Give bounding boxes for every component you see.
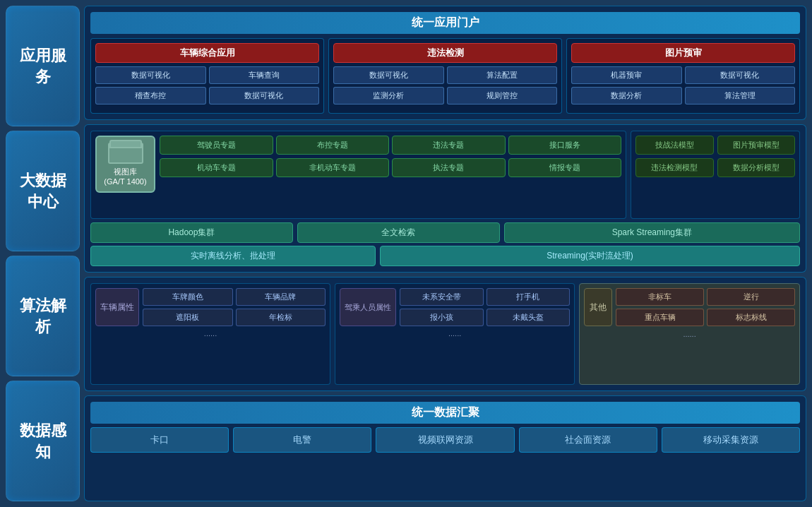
- app-group-vehicle-title: 车辆综合应用: [95, 43, 319, 63]
- video-db-label2: (GA/T 1400): [104, 177, 146, 186]
- btn-data-vis-2[interactable]: 数据可视化: [209, 87, 320, 105]
- btn-vehicle-brand[interactable]: 车辆品牌: [236, 288, 326, 306]
- algo-driver-main: 驾乘人员属性 未系安全带 打手机 报小孩 未戴头盔: [340, 288, 570, 326]
- main-container: 应用服务 大数据中心 算法解析 数据感知 统一应用门户 车辆综合应用: [0, 0, 812, 507]
- bd-infra-row2: 实时离线分析、批处理 Streaming(实时流处理): [90, 246, 800, 266]
- app-group-violation: 违法检测 数据可视化 算法配置 监测分析 规则管控: [328, 38, 562, 114]
- bd-topic-row2: 机动车专题 非机动车专题 执法专题 情报专题: [160, 158, 621, 177]
- algo-other-group: 其他 非标车 逆行 重点车辆 标志标线 ......: [579, 283, 800, 385]
- btn-sunshade[interactable]: 遮阳板: [143, 309, 233, 326]
- sense-item-checkpoint[interactable]: 卡口: [90, 427, 229, 453]
- btn-sign-line[interactable]: 标志标线: [707, 309, 795, 326]
- bd-infra-row1: Hadoop集群 全文检索 Spark Streaming集群: [90, 222, 800, 243]
- infra-hadoop: Hadoop集群: [90, 222, 293, 243]
- btn-data-vis-3[interactable]: 数据可视化: [333, 66, 444, 84]
- algo-driver-more: ......: [340, 329, 570, 338]
- topic-nonmotor[interactable]: 非机动车专题: [276, 158, 390, 177]
- model-image-review[interactable]: 图片预审模型: [717, 136, 796, 155]
- app-groups: 车辆综合应用 数据可视化 车辆查询 稽查布控 数据可视化 违法检测: [90, 38, 800, 114]
- topic-interface[interactable]: 接口服务: [508, 136, 622, 155]
- content-area: 统一应用门户 车辆综合应用 数据可视化 车辆查询 稽查布控 数据可视化: [84, 6, 806, 501]
- app-group-image-buttons: 机器预审 数据可视化 数据分析 算法管理: [571, 66, 795, 105]
- algo-vehicle-main: 车辆属性 车牌颜色 车辆品牌 遮阳板 年检标: [95, 288, 326, 326]
- data-sense-title: 统一数据汇聚: [90, 402, 800, 424]
- bd-right: 技战法模型 图片预审模型 违法检测模型 数据分析模型: [631, 131, 800, 219]
- model-tactic[interactable]: 技战法模型: [635, 136, 714, 155]
- sense-item-video-net[interactable]: 视频联网资源: [376, 427, 514, 453]
- app-group-image-title: 图片预审: [571, 43, 795, 63]
- btn-data-analysis[interactable]: 数据分析: [571, 87, 682, 105]
- big-data-panel: 视图库 (GA/T 1400) 驾驶员专题 布控专题 违法专题 接口服务: [84, 124, 806, 273]
- btn-data-vis-4[interactable]: 数据可视化: [685, 66, 796, 84]
- algo-other-label: 其他: [584, 288, 612, 326]
- algo-driver-group: 驾乘人员属性 未系安全带 打手机 报小孩 未戴头盔 ......: [335, 283, 575, 385]
- sidebar-item-algo: 算法解析: [6, 256, 80, 376]
- btn-rule-mgmt[interactable]: 规则管控: [447, 87, 558, 105]
- algo-vehicle-group: 车辆属性 车牌颜色 车辆品牌 遮阳板 年检标 ......: [90, 283, 330, 385]
- data-sense-content: 统一数据汇聚 卡口 电警 视频联网资源 社会面资源 移动采集资源: [90, 402, 800, 453]
- btn-helmet[interactable]: 未戴头盔: [486, 309, 571, 326]
- btn-vehicle-query[interactable]: 车辆查询: [209, 66, 320, 84]
- sense-item-camera[interactable]: 电警: [233, 427, 371, 453]
- sense-item-mobile[interactable]: 移动采集资源: [662, 427, 800, 453]
- big-data-content: 视图库 (GA/T 1400) 驾驶员专题 布控专题 违法专题 接口服务: [90, 131, 800, 266]
- app-group-violation-buttons: 数据可视化 算法配置 监测分析 规则管控: [333, 66, 557, 105]
- algo-vehicle-more: ......: [95, 329, 326, 338]
- btn-plate-color[interactable]: 车牌颜色: [143, 288, 233, 306]
- app-group-vehicle-buttons: 数据可视化 车辆查询 稽查布控 数据可视化: [95, 66, 319, 105]
- topic-violation[interactable]: 违法专题: [392, 136, 506, 155]
- sense-item-social[interactable]: 社会面资源: [519, 427, 657, 453]
- sidebar: 应用服务 大数据中心 算法解析 数据感知: [6, 6, 80, 501]
- app-group-image: 图片预审 机器预审 数据可视化 数据分析 算法管理: [566, 38, 800, 114]
- btn-nonstandard[interactable]: 非标车: [616, 288, 704, 306]
- app-service-panel: 统一应用门户 车辆综合应用 数据可视化 车辆查询 稽查布控 数据可视化: [84, 6, 806, 120]
- algo-other-btns: 非标车 逆行 重点车辆 标志标线: [616, 288, 795, 326]
- algo-panel: 车辆属性 车牌颜色 车辆品牌 遮阳板 年检标 ......: [84, 277, 806, 391]
- data-sense-items: 卡口 电警 视频联网资源 社会面资源 移动采集资源: [90, 427, 800, 453]
- algo-content: 车辆属性 车牌颜色 车辆品牌 遮阳板 年检标 ......: [90, 283, 800, 385]
- algo-vehicle-label: 车辆属性: [95, 288, 139, 326]
- app-group-violation-title: 违法检测: [333, 43, 557, 63]
- algo-driver-btns: 未系安全带 打手机 报小孩 未戴头盔: [400, 288, 570, 326]
- btn-data-vis-1[interactable]: 数据可视化: [95, 66, 206, 84]
- video-db-icon: [108, 143, 143, 164]
- algo-other-inner: 其他 非标车 逆行 重点车辆 标志标线: [584, 288, 795, 326]
- btn-monitor[interactable]: 监测分析: [333, 87, 444, 105]
- infra-realtime: 实时离线分析、批处理: [90, 246, 376, 266]
- btn-machine-review[interactable]: 机器预审: [571, 66, 682, 84]
- video-db: 视图库 (GA/T 1400): [95, 136, 155, 193]
- video-db-label1: 视图库: [114, 167, 137, 177]
- model-violation-detect[interactable]: 违法检测模型: [635, 158, 714, 177]
- algo-vehicle-btns: 车牌颜色 车辆品牌 遮阳板 年检标: [143, 288, 326, 326]
- topic-intel[interactable]: 情报专题: [508, 158, 622, 177]
- algo-other-more: ......: [584, 330, 795, 338]
- bd-topic-row1: 驾驶员专题 布控专题 违法专题 接口服务: [160, 136, 621, 155]
- sidebar-item-data-sense: 数据感知: [6, 381, 80, 501]
- infra-spark: Spark Streaming集群: [504, 222, 800, 243]
- btn-phone[interactable]: 打手机: [486, 288, 571, 306]
- btn-patrol[interactable]: 稽查布控: [95, 87, 206, 105]
- btn-seatbelt[interactable]: 未系安全带: [400, 288, 484, 306]
- bd-top: 视图库 (GA/T 1400) 驾驶员专题 布控专题 违法专题 接口服务: [90, 131, 800, 219]
- btn-reverse[interactable]: 逆行: [707, 288, 795, 306]
- topic-control[interactable]: 布控专题: [276, 136, 390, 155]
- btn-key-vehicle[interactable]: 重点车辆: [616, 309, 704, 326]
- bd-topics: 驾驶员专题 布控专题 违法专题 接口服务 机动车专题 非机动车专题 执法专题 情: [160, 136, 621, 193]
- bd-left: 视图库 (GA/T 1400) 驾驶员专题 布控专题 违法专题 接口服务: [90, 131, 626, 219]
- app-group-vehicle: 车辆综合应用 数据可视化 车辆查询 稽查布控 数据可视化: [90, 38, 324, 114]
- app-service-title: 统一应用门户: [90, 12, 800, 34]
- btn-inspection[interactable]: 年检标: [236, 309, 326, 326]
- bd-left-inner: 视图库 (GA/T 1400) 驾驶员专题 布控专题 违法专题 接口服务: [95, 136, 621, 193]
- model-data-analysis[interactable]: 数据分析模型: [717, 158, 796, 177]
- btn-algo-config[interactable]: 算法配置: [447, 66, 558, 84]
- btn-algo-mgmt[interactable]: 算法管理: [685, 87, 796, 105]
- data-sense-panel: 统一数据汇聚 卡口 电警 视频联网资源 社会面资源 移动采集资源: [84, 395, 806, 501]
- topic-motor[interactable]: 机动车专题: [160, 158, 273, 177]
- topic-driver[interactable]: 驾驶员专题: [160, 136, 273, 155]
- btn-child[interactable]: 报小孩: [400, 309, 484, 326]
- sidebar-item-big-data: 大数据中心: [6, 131, 80, 251]
- sidebar-item-app-service: 应用服务: [6, 6, 80, 126]
- algo-driver-label: 驾乘人员属性: [340, 288, 396, 326]
- topic-enforce[interactable]: 执法专题: [392, 158, 506, 177]
- infra-streaming: Streaming(实时流处理): [380, 246, 800, 266]
